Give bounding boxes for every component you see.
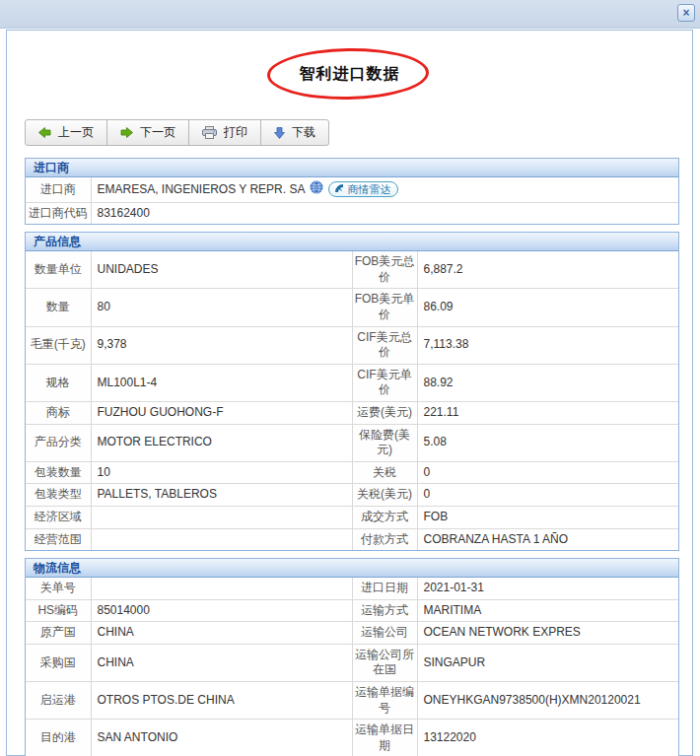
table-row: 进口商代码83162400: [26, 202, 678, 224]
table-row: 启运港OTROS PTOS.DE CHINA运输单据编号ONEYHKGAN973…: [26, 682, 678, 720]
field-value: 5.08: [417, 424, 678, 461]
field-value: FUZHOU GUOHONG-F: [91, 401, 352, 424]
field-value: 0: [417, 461, 678, 484]
section-table-importer: 进口商EMARESA, INGENIEROS Y REPR. SA商情雷达进口商…: [26, 177, 678, 224]
field-label: 规格: [26, 364, 91, 401]
section-logistics: 物流信息关单号进口日期2021-01-31HS编码85014000运输方式MAR…: [25, 558, 679, 756]
field-value: MARITIMA: [417, 599, 678, 622]
field-label: 关单号: [26, 578, 91, 599]
field-value: COBRANZA HASTA 1 AÑO: [417, 528, 678, 550]
field-value: [91, 506, 352, 528]
field-label: 运输方式: [352, 599, 417, 622]
section-table-product: 数量单位UNIDADESFOB美元总价6,887.2数量80FOB美元单价86.…: [26, 251, 678, 550]
table-row: 商标FUZHOU GUOHONG-F运费(美元)221.11: [26, 401, 678, 424]
business-radar-badge[interactable]: 商情雷达: [328, 181, 398, 197]
next-page-button[interactable]: 下一页: [106, 119, 189, 146]
field-label: 关税: [352, 461, 417, 484]
field-label: FOB美元总价: [352, 251, 417, 289]
table-row: 原产国CHINA运输公司OCEAN NETWORK EXPRES: [26, 622, 678, 645]
detail-panel: 智利进口数据 上一页 下一页 打印: [6, 30, 693, 756]
table-row: 包装类型PALLETS, TABLEROS关税(美元)0: [26, 484, 678, 507]
field-label: 运输单据日期: [352, 720, 417, 756]
table-row: 产品分类MOTOR ELECTRICO保险费(美元)5.08: [26, 424, 678, 461]
importer-name: EMARESA, INGENIEROS Y REPR. SA: [98, 182, 306, 198]
printer-icon: [202, 126, 217, 139]
field-value: 83162400: [91, 202, 678, 224]
field-label: 成交方式: [352, 506, 417, 528]
field-label: 运输公司: [352, 622, 417, 645]
field-value: SAN ANTONIO: [91, 720, 352, 756]
field-label: 包装数量: [26, 461, 91, 484]
field-label: 进口日期: [352, 578, 417, 599]
field-value: OTROS PTOS.DE CHINA: [91, 682, 352, 720]
download-button[interactable]: 下载: [260, 119, 329, 146]
field-value: [91, 578, 352, 599]
field-label: 启运港: [26, 682, 91, 720]
field-value: 6,887.2: [417, 251, 678, 289]
field-label: 原产国: [26, 622, 91, 645]
print-label: 打印: [224, 124, 247, 141]
field-value: 86.09: [417, 289, 678, 326]
field-label: 付款方式: [352, 528, 417, 550]
field-label: 包装类型: [26, 484, 91, 507]
field-value: SINGAPUR: [417, 644, 678, 681]
field-value: 7,113.38: [417, 326, 678, 364]
field-value: PALLETS, TABLEROS: [91, 484, 352, 507]
business-radar-label: 商情雷达: [347, 182, 390, 196]
field-value: 85014000: [91, 599, 352, 622]
table-row: 关单号进口日期2021-01-31: [26, 578, 678, 599]
field-label: 保险费(美元): [352, 424, 417, 461]
field-label: 进口商代码: [26, 202, 91, 224]
table-row: 包装数量10关税0: [26, 461, 678, 484]
table-row: 数量单位UNIDADESFOB美元总价6,887.2: [26, 251, 678, 289]
prev-page-button[interactable]: 上一页: [25, 119, 107, 146]
field-value: MOTOR ELECTRICO: [91, 424, 352, 461]
field-label: CIF美元总价: [352, 326, 417, 364]
field-label: 数量单位: [26, 251, 91, 289]
section-header-importer: 进口商: [26, 159, 678, 177]
field-value: 13122020: [417, 720, 678, 756]
section-header-product: 产品信息: [26, 233, 678, 251]
field-value: [91, 528, 352, 550]
table-row: 目的港SAN ANTONIO运输单据日期13122020: [26, 720, 678, 756]
field-label: 运输单据编号: [352, 682, 417, 720]
field-value: 10: [91, 461, 352, 484]
table-row: 数量80FOB美元单价86.09: [26, 289, 678, 326]
prev-page-label: 上一页: [58, 124, 94, 141]
field-label: 关税(美元): [352, 484, 417, 507]
field-label: 运费(美元): [352, 401, 417, 424]
table-row: 毛重(千克)9,378CIF美元总价7,113.38: [26, 326, 678, 364]
field-value: CHINA: [91, 622, 352, 645]
toolbar: 上一页 下一页 打印 下载: [25, 119, 692, 146]
field-label: 商标: [26, 401, 91, 424]
table-row: HS编码85014000运输方式MARITIMA: [26, 599, 678, 622]
field-label: HS编码: [26, 599, 91, 622]
field-value: FOB: [417, 506, 678, 528]
next-page-label: 下一页: [140, 124, 175, 141]
download-label: 下载: [292, 124, 315, 141]
field-label: 产品分类: [26, 424, 91, 461]
arrow-right-icon: [120, 127, 133, 138]
table-row: 经济区域成交方式FOB: [26, 506, 678, 528]
field-label: 数量: [26, 289, 91, 326]
field-value: EMARESA, INGENIEROS Y REPR. SA商情雷达: [91, 177, 678, 202]
field-value: 88.92: [417, 364, 678, 401]
section-importer: 进口商进口商EMARESA, INGENIEROS Y REPR. SA商情雷达…: [25, 158, 679, 225]
globe-icon[interactable]: [310, 180, 323, 199]
close-icon[interactable]: ×: [677, 4, 695, 22]
page-title: 智利进口数据: [7, 64, 692, 85]
arrow-left-icon: [38, 127, 51, 138]
table-row: 采购国CHINA运输公司所在国SINGAPUR: [26, 644, 678, 681]
field-label: 目的港: [26, 720, 91, 756]
table-row: 经营范围付款方式COBRANZA HASTA 1 AÑO: [26, 528, 678, 550]
table-row: 规格ML100L1-4CIF美元单价88.92: [26, 364, 678, 401]
window-titlebar: ×: [0, 0, 700, 29]
table-row: 进口商EMARESA, INGENIEROS Y REPR. SA商情雷达: [26, 177, 678, 202]
arrow-down-icon: [274, 127, 285, 139]
field-value: CHINA: [91, 644, 352, 681]
field-value: ML100L1-4: [91, 364, 352, 401]
field-value: UNIDADES: [91, 251, 352, 289]
print-button[interactable]: 打印: [188, 119, 261, 146]
data-sections: 进口商进口商EMARESA, INGENIEROS Y REPR. SA商情雷达…: [25, 158, 679, 756]
field-label: CIF美元单价: [352, 364, 417, 401]
